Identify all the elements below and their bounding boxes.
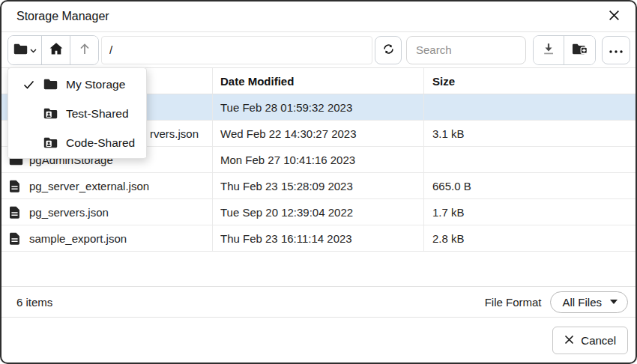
file-size: 2.8 kB	[424, 225, 636, 251]
dialog-title: Storage Manager	[16, 10, 109, 23]
cancel-button[interactable]: Cancel	[552, 327, 628, 354]
action-bar: Cancel	[1, 318, 636, 363]
refresh-icon	[381, 42, 396, 58]
items-count: 6 items	[16, 296, 52, 309]
path-input[interactable]	[101, 36, 372, 64]
shared-folder-icon	[43, 137, 58, 148]
menu-item-test-shared[interactable]: Test-Shared	[8, 99, 146, 128]
file-name: rvers.json	[150, 127, 199, 140]
storage-select-button[interactable]	[8, 36, 41, 64]
caret-down-icon	[610, 300, 618, 304]
table-row[interactable]: pg_servers.jsonTue Sep 20 12:39:04 20221…	[1, 199, 636, 225]
check-icon	[23, 80, 43, 89]
arrow-up-icon	[79, 42, 91, 58]
menu-item-code-shared[interactable]: Code-Shared	[8, 128, 146, 157]
file-date-modified: Mon Feb 27 10:41:16 2023	[213, 147, 424, 172]
footer-bar: 6 items File Format All Files	[1, 286, 636, 318]
file-ops-button-group	[533, 35, 596, 65]
more-options-button[interactable]	[602, 36, 630, 64]
file-icon	[9, 180, 23, 192]
menu-item-label: Test-Shared	[66, 107, 129, 121]
storage-select-menu: My StorageTest-SharedCode-Shared	[7, 67, 147, 159]
cancel-x-icon	[564, 334, 574, 347]
file-format-label: File Format	[485, 296, 542, 309]
file-date-modified: Thu Feb 23 16:11:14 2023	[213, 225, 424, 251]
toolbar	[1, 32, 636, 68]
file-size: 1.7 kB	[424, 199, 636, 225]
file-format-value: All Files	[562, 296, 602, 309]
table-row[interactable]: pg_server_external.jsonThu Feb 23 15:28:…	[1, 173, 636, 199]
new-folder-icon	[572, 43, 588, 58]
file-format-select[interactable]: All Files	[550, 291, 628, 313]
column-header-size[interactable]: Size	[424, 68, 636, 94]
folder-icon	[43, 79, 58, 90]
menu-item-label: My Storage	[66, 78, 125, 91]
folder-icon	[13, 43, 28, 57]
file-size: 3.1 kB	[424, 121, 636, 146]
ellipsis-icon	[609, 44, 623, 55]
up-directory-button[interactable]	[70, 36, 98, 64]
menu-item-label: Code-Shared	[66, 136, 135, 150]
file-name: pg_servers.json	[29, 206, 109, 219]
home-icon	[49, 42, 64, 58]
download-icon	[542, 42, 555, 58]
titlebar: Storage Manager	[1, 1, 636, 32]
search-input[interactable]	[406, 36, 526, 64]
file-icon	[9, 232, 23, 245]
column-header-date-modified[interactable]: Date Modified	[213, 68, 424, 94]
close-button[interactable]	[604, 7, 624, 26]
download-button[interactable]	[534, 36, 564, 64]
chevron-down-icon	[30, 44, 37, 55]
file-name: pg_server_external.json	[29, 180, 149, 192]
new-folder-button[interactable]	[564, 36, 595, 64]
storage-manager-dialog: Storage Manager	[0, 0, 637, 364]
file-date-modified: Tue Sep 20 12:39:04 2022	[213, 199, 424, 225]
menu-item-my-storage[interactable]: My Storage	[8, 70, 146, 99]
file-date-modified: Wed Feb 22 14:30:27 2023	[213, 121, 424, 146]
file-size	[424, 147, 636, 172]
file-date-modified: Thu Feb 23 15:28:09 2023	[213, 173, 424, 198]
file-date-modified: Tue Feb 28 01:59:32 2023	[213, 94, 424, 120]
cancel-label: Cancel	[581, 334, 616, 347]
file-size: 665.0 B	[424, 173, 636, 198]
shared-folder-icon	[43, 108, 58, 119]
table-row[interactable]: sample_export.jsonThu Feb 23 16:11:14 20…	[1, 225, 636, 252]
home-button[interactable]	[41, 36, 70, 64]
file-icon	[9, 206, 23, 219]
nav-button-group	[7, 35, 99, 65]
file-size	[424, 94, 636, 120]
file-name: sample_export.json	[29, 232, 127, 245]
close-icon	[608, 9, 621, 24]
refresh-button[interactable]	[375, 36, 402, 64]
